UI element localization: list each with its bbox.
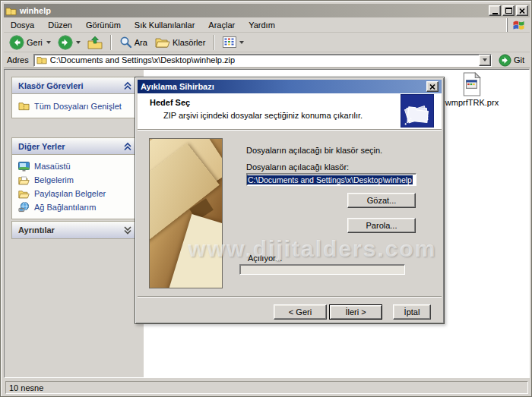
menu-sik-kullanilanlar[interactable]: Sık Kullanılanlar bbox=[128, 19, 202, 31]
go-icon bbox=[499, 54, 511, 67]
window-titlebar: winhelp bbox=[4, 4, 530, 17]
back-wizard-button[interactable]: < Geri bbox=[274, 304, 327, 320]
views-icon bbox=[223, 36, 236, 48]
folders-button[interactable]: Klasörler bbox=[153, 36, 208, 49]
progress-bar bbox=[239, 264, 405, 275]
cancel-wizard-label: İptal bbox=[404, 307, 420, 317]
dropdown-arrow-icon bbox=[483, 58, 487, 61]
up-button[interactable] bbox=[85, 35, 105, 50]
dialog-heading: Hedef Seç bbox=[150, 98, 190, 107]
chevron-up-icon bbox=[123, 142, 132, 151]
search-icon bbox=[119, 36, 132, 49]
next-wizard-label: İleri > bbox=[345, 307, 366, 317]
zip-folder-icon bbox=[18, 101, 30, 111]
place-label: Masaüstü bbox=[34, 162, 71, 171]
address-dropdown-button[interactable] bbox=[479, 55, 491, 66]
network-icon bbox=[18, 202, 30, 213]
maximize-button[interactable] bbox=[502, 5, 515, 16]
address-bar: Adres C:\Documents and Settings\x\Deskto… bbox=[4, 52, 530, 68]
forward-icon bbox=[58, 35, 73, 50]
extraction-wizard-dialog: Ayıklama Sihirbazı Hedef Seç ZIP arşivi … bbox=[135, 77, 445, 324]
desktop-icon bbox=[18, 162, 30, 172]
place-label: Paylaşılan Belgeler bbox=[34, 189, 106, 198]
toolbar: Geri Ara bbox=[4, 33, 530, 52]
window-title: winhelp bbox=[20, 6, 51, 15]
zip-folder-icon bbox=[36, 55, 47, 65]
extraction-wizard-icon bbox=[401, 94, 434, 128]
folder-path-input[interactable]: C:\Documents and Settings\x\Desktop\winh… bbox=[246, 173, 416, 186]
folder-tasks-panel: Klasör Görevleri Tüm Dosyaları Genişlet bbox=[11, 77, 138, 118]
forward-button[interactable] bbox=[55, 34, 83, 51]
minimize-icon bbox=[492, 13, 498, 14]
forward-dropdown-icon bbox=[76, 41, 81, 44]
browse-button[interactable]: Gözat... bbox=[347, 193, 416, 208]
other-places-panel: Diğer Yerler Masaüstü bbox=[11, 137, 138, 219]
place-network[interactable]: Ağ Bağlantılarım bbox=[18, 200, 134, 214]
folder-tasks-title: Klasör Görevleri bbox=[18, 81, 84, 90]
status-bar: 10 nesne bbox=[4, 380, 530, 395]
dialog-title: Ayıklama Sihirbazı bbox=[141, 82, 214, 91]
search-button[interactable]: Ara bbox=[117, 35, 150, 49]
other-places-title: Diğer Yerler bbox=[18, 142, 65, 151]
place-desktop[interactable]: Masaüstü bbox=[18, 159, 134, 173]
password-label: Parola... bbox=[366, 221, 397, 230]
back-dropdown-icon bbox=[46, 41, 51, 44]
browse-label: Gözat... bbox=[367, 196, 397, 205]
my-documents-icon bbox=[18, 175, 30, 185]
chevron-up-icon bbox=[123, 81, 132, 90]
menu-yardim[interactable]: Yardım bbox=[242, 19, 282, 31]
separator bbox=[138, 296, 442, 298]
dialog-header: Hedef Seç ZIP arşivi içindeki dosyalar s… bbox=[138, 93, 442, 129]
close-icon bbox=[519, 8, 525, 14]
folder-field-label: Dosyaların açılacağı klasör: bbox=[246, 162, 349, 172]
details-header[interactable]: Ayrıntılar bbox=[12, 222, 137, 238]
windows-logo-icon bbox=[507, 18, 530, 32]
back-wizard-label: < Geri bbox=[289, 307, 312, 317]
place-my-documents[interactable]: Belgelerim bbox=[18, 173, 134, 187]
cancel-wizard-button[interactable]: İptal bbox=[393, 304, 431, 320]
extracting-label: Açılıyor... bbox=[248, 254, 282, 263]
views-button[interactable] bbox=[220, 36, 246, 49]
place-label: Ağ Bağlantılarım bbox=[34, 203, 96, 212]
separator bbox=[138, 129, 442, 131]
close-button[interactable] bbox=[516, 5, 528, 16]
password-button[interactable]: Parola... bbox=[347, 218, 416, 233]
explorer-window: winhelp Dosya Düzen Görünüm Sık Kullanıl… bbox=[0, 0, 532, 397]
instruction-text: Dosyaların açılacağı bir klasör seçin. bbox=[246, 146, 382, 155]
next-wizard-button[interactable]: İleri > bbox=[329, 304, 382, 320]
prx-file-icon bbox=[462, 72, 482, 96]
toolbar-separator bbox=[214, 35, 215, 50]
back-button[interactable]: Geri bbox=[7, 34, 53, 51]
minimize-button[interactable] bbox=[489, 5, 501, 16]
extract-all-label: Tüm Dosyaları Genişlet bbox=[34, 102, 122, 111]
address-input[interactable]: C:\Documents and Settings\x\Desktop\winh… bbox=[33, 54, 492, 67]
folder-up-icon bbox=[87, 36, 103, 49]
folder-tasks-header[interactable]: Klasör Görevleri bbox=[12, 77, 137, 94]
file-item[interactable]: wmprfTRK.prx bbox=[442, 72, 502, 107]
close-icon bbox=[429, 84, 435, 90]
status-text: 10 nesne bbox=[5, 381, 528, 394]
menu-araclar[interactable]: Araçlar bbox=[201, 19, 242, 31]
menu-duzen[interactable]: Düzen bbox=[41, 19, 79, 31]
go-button[interactable]: Git bbox=[496, 53, 527, 68]
wizard-side-image bbox=[149, 138, 223, 288]
place-label: Belgelerim bbox=[34, 175, 74, 184]
folders-label: Klasörler bbox=[173, 38, 206, 47]
folders-icon bbox=[155, 36, 170, 49]
other-places-header[interactable]: Diğer Yerler bbox=[12, 138, 137, 155]
dialog-close-button[interactable] bbox=[426, 81, 439, 92]
place-shared-documents[interactable]: Paylaşılan Belgeler bbox=[18, 187, 134, 200]
details-title: Ayrıntılar bbox=[18, 225, 55, 235]
back-icon bbox=[9, 35, 24, 50]
file-name: wmprfTRK.prx bbox=[442, 98, 502, 107]
menu-dosya[interactable]: Dosya bbox=[4, 19, 41, 31]
dialog-subheading: ZIP arşivi içindeki dosyalar seçtiğiniz … bbox=[163, 111, 363, 120]
extract-all-task[interactable]: Tüm Dosyaları Genişlet bbox=[18, 99, 134, 113]
details-panel: Ayrıntılar bbox=[11, 221, 138, 239]
address-label: Adres bbox=[7, 55, 29, 65]
menu-bar: Dosya Düzen Görünüm Sık Kullanılanlar Ar… bbox=[4, 18, 530, 33]
dialog-titlebar: Ayıklama Sihirbazı bbox=[138, 80, 442, 93]
go-label: Git bbox=[514, 55, 524, 65]
chevron-down-icon bbox=[123, 225, 132, 235]
menu-gorunum[interactable]: Görünüm bbox=[79, 19, 128, 31]
